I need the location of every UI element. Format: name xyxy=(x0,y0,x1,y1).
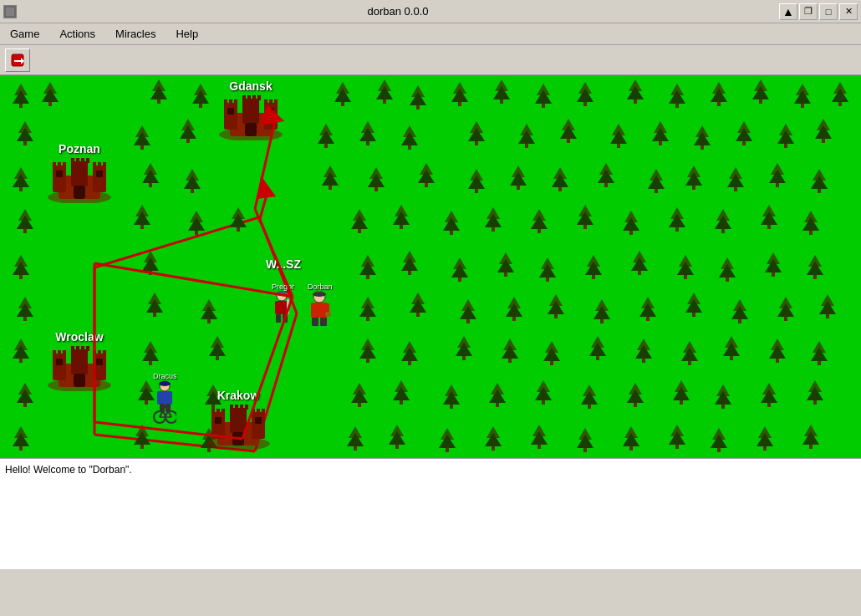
tree xyxy=(832,82,848,106)
svg-rect-64 xyxy=(96,359,103,365)
close-button[interactable]: ✕ xyxy=(839,3,858,20)
tree xyxy=(468,121,485,145)
svg-rect-72 xyxy=(222,409,225,414)
tree xyxy=(765,252,782,277)
menu-help[interactable]: Help xyxy=(169,26,205,42)
pregor-name-label: Pregor xyxy=(272,283,294,291)
svg-rect-26 xyxy=(245,123,257,136)
game-area[interactable]: Gdansk Poznan xyxy=(0,75,861,458)
tree xyxy=(150,79,167,104)
svg-rect-34 xyxy=(53,162,56,167)
end-turn-button[interactable] xyxy=(5,48,30,72)
svg-rect-16 xyxy=(224,99,227,104)
tree xyxy=(685,165,702,190)
svg-rect-70 xyxy=(211,409,215,414)
svg-rect-62 xyxy=(74,374,85,387)
city-gdansk[interactable]: Gdansk xyxy=(217,79,284,140)
tree xyxy=(589,336,606,360)
tree xyxy=(769,339,786,363)
dracus-sprite xyxy=(153,380,176,424)
minimize-button[interactable]: ▲ xyxy=(779,3,797,20)
maximize-button[interactable]: □ xyxy=(819,3,838,20)
tree xyxy=(711,428,727,452)
tree xyxy=(543,341,560,365)
tree xyxy=(184,169,201,193)
tree xyxy=(142,341,159,365)
city-krakow-castle xyxy=(205,404,272,450)
tree xyxy=(493,79,510,104)
svg-rect-74 xyxy=(257,409,260,414)
tree xyxy=(134,205,150,229)
svg-rect-77 xyxy=(235,405,238,410)
tree xyxy=(585,255,602,279)
restore-button[interactable]: ❐ xyxy=(799,3,818,20)
pregor-sprite xyxy=(272,291,292,323)
menu-actions[interactable]: Actions xyxy=(53,26,102,42)
tree xyxy=(510,165,527,190)
svg-rect-27 xyxy=(227,108,234,115)
dorban-sprite xyxy=(308,291,331,326)
tree xyxy=(401,125,418,150)
tree xyxy=(451,82,468,106)
svg-rect-88 xyxy=(276,314,281,323)
svg-rect-24 xyxy=(252,95,256,100)
tree xyxy=(652,121,669,145)
svg-rect-19 xyxy=(264,99,267,104)
tree xyxy=(393,380,410,405)
svg-rect-89 xyxy=(283,314,288,323)
title-bar: dorban 0.0.0 ▲ ❐ □ ✕ xyxy=(0,0,861,23)
svg-rect-95 xyxy=(312,318,318,326)
tree xyxy=(318,124,334,148)
tree xyxy=(811,341,828,365)
tree xyxy=(13,84,29,108)
character-dracus[interactable]: Dracus xyxy=(153,372,177,426)
menu-game[interactable]: Game xyxy=(3,26,46,42)
tree xyxy=(359,339,376,363)
window-icon xyxy=(3,5,17,18)
svg-rect-96 xyxy=(320,318,327,326)
tree xyxy=(456,336,472,360)
tree xyxy=(639,297,656,321)
svg-rect-67 xyxy=(211,412,225,439)
svg-rect-31 xyxy=(53,165,66,192)
tree xyxy=(192,84,209,108)
svg-rect-39 xyxy=(103,162,106,167)
city-poznan[interactable]: Poznan xyxy=(46,142,113,203)
menu-bar: Game Actions Miracles Help xyxy=(0,23,861,45)
tree xyxy=(351,209,368,233)
svg-rect-56 xyxy=(98,350,101,355)
toolbar xyxy=(0,45,861,75)
tree xyxy=(497,252,514,277)
svg-rect-76 xyxy=(230,405,233,410)
menu-miracles[interactable]: Miracles xyxy=(109,26,162,42)
status-bar: Hello! Welcome to "Dorban". xyxy=(0,458,861,569)
svg-rect-14 xyxy=(264,103,278,130)
tree xyxy=(359,121,376,145)
tree xyxy=(334,82,351,106)
tree xyxy=(351,383,368,407)
tree xyxy=(13,167,29,191)
svg-rect-23 xyxy=(247,95,251,100)
tree xyxy=(631,251,648,275)
city-poznan-castle xyxy=(46,157,113,203)
character-dorban[interactable]: Dorban xyxy=(308,283,333,328)
tree xyxy=(736,121,752,145)
city-krakow[interactable]: Krakow xyxy=(205,389,272,450)
tree xyxy=(539,257,556,282)
tree xyxy=(577,428,594,452)
status-message: Hello! Welcome to "Dorban". xyxy=(5,462,856,477)
dorban-name-label: Dorban xyxy=(308,283,333,291)
city-wroclaw-label: Wroclaw xyxy=(55,330,103,344)
tree xyxy=(715,384,731,409)
svg-rect-43 xyxy=(86,158,89,163)
city-wroclaw[interactable]: Wroclaw xyxy=(46,330,113,391)
svg-rect-18 xyxy=(234,99,237,104)
character-pregor[interactable]: Pregor xyxy=(272,283,294,325)
tree xyxy=(230,207,247,232)
tree xyxy=(535,84,552,108)
svg-rect-46 xyxy=(96,171,103,177)
tree xyxy=(577,205,594,229)
tree xyxy=(752,79,769,104)
svg-rect-22 xyxy=(242,95,246,100)
tree xyxy=(443,384,460,409)
